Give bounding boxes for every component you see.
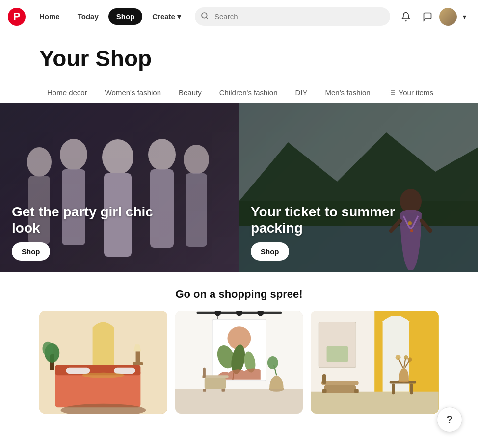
spree-title: Go on a shopping spree! xyxy=(39,288,439,301)
hero-right-title: Your ticket to summer packing xyxy=(251,204,408,237)
svg-rect-68 xyxy=(392,383,395,394)
header-actions: ▾ xyxy=(396,7,470,26)
pinterest-logo[interactable]: P xyxy=(8,8,26,26)
svg-rect-40 xyxy=(136,351,140,362)
nav-create[interactable]: Create ▾ xyxy=(144,8,189,25)
svg-rect-58 xyxy=(203,389,206,391)
hero-right-overlay: Your ticket to summer packing Shop xyxy=(239,103,478,272)
svg-rect-82 xyxy=(322,389,327,393)
svg-point-0 xyxy=(202,13,207,18)
list-icon xyxy=(388,89,396,97)
svg-rect-39 xyxy=(133,362,143,365)
svg-rect-84 xyxy=(322,374,326,384)
svg-rect-59 xyxy=(221,389,225,391)
hero-left: Get the party girl chic look Shop xyxy=(0,103,239,272)
spree-card-3[interactable] xyxy=(311,311,439,414)
spree-card-1[interactable] xyxy=(39,311,167,414)
svg-rect-69 xyxy=(410,383,413,394)
tab-womens-fashion[interactable]: Women's fashion xyxy=(97,83,169,103)
chevron-down-icon: ▾ xyxy=(177,12,181,21)
svg-rect-33 xyxy=(66,368,90,374)
page-content: Your Shop Home decor Women's fashion Bea… xyxy=(0,33,478,103)
messages-button[interactable] xyxy=(418,7,437,26)
svg-rect-81 xyxy=(324,385,356,393)
svg-rect-83 xyxy=(354,389,359,393)
page-title: Your Shop xyxy=(39,45,439,72)
hero-right-shop-button[interactable]: Shop xyxy=(251,242,289,261)
tab-childrens-fashion[interactable]: Children's fashion xyxy=(212,83,286,103)
tab-beauty[interactable]: Beauty xyxy=(171,83,210,103)
svg-rect-56 xyxy=(202,375,228,378)
svg-line-1 xyxy=(206,17,208,19)
hero-left-overlay: Get the party girl chic look Shop xyxy=(0,103,239,272)
hero-left-shop-button[interactable]: Shop xyxy=(12,242,50,261)
svg-rect-66 xyxy=(311,392,439,414)
svg-point-63 xyxy=(267,356,278,369)
svg-point-76 xyxy=(408,357,412,362)
svg-point-74 xyxy=(404,355,408,360)
tab-mens-fashion[interactable]: Men's fashion xyxy=(318,83,378,103)
svg-rect-80 xyxy=(321,381,359,385)
search-input[interactable] xyxy=(195,7,390,26)
svg-rect-57 xyxy=(204,378,225,389)
svg-rect-60 xyxy=(203,368,205,378)
user-avatar[interactable] xyxy=(439,8,457,26)
spree-section: Go on a shopping spree! xyxy=(0,272,478,414)
nav-today[interactable]: Today xyxy=(70,8,106,25)
nav-shop[interactable]: Shop xyxy=(108,8,143,25)
svg-point-38 xyxy=(43,342,53,356)
main-nav: Home Today Shop Create ▾ xyxy=(31,8,189,25)
hero-section: Get the party girl chic look Shop xyxy=(0,103,478,272)
tab-your-items[interactable]: Your items xyxy=(380,83,439,103)
account-chevron[interactable]: ▾ xyxy=(459,11,470,23)
header: P Home Today Shop Create ▾ xyxy=(0,0,478,33)
notifications-button[interactable] xyxy=(396,7,416,26)
tab-diy[interactable]: DIY xyxy=(287,83,315,103)
nav-home[interactable]: Home xyxy=(31,8,68,25)
spree-card-2[interactable] xyxy=(175,311,303,414)
svg-rect-34 xyxy=(114,368,135,374)
svg-point-35 xyxy=(82,373,125,378)
spree-grid xyxy=(39,311,439,414)
svg-point-72 xyxy=(396,355,401,360)
hero-left-title: Get the party girl chic look xyxy=(12,204,169,237)
search-bar xyxy=(195,7,390,26)
tab-home-decor[interactable]: Home decor xyxy=(39,83,95,103)
svg-rect-44 xyxy=(175,389,303,414)
search-icon xyxy=(201,12,209,22)
category-tabs: Home decor Women's fashion Beauty Childr… xyxy=(39,83,439,103)
svg-rect-79 xyxy=(327,346,348,362)
hero-right: Your ticket to summer packing Shop xyxy=(239,103,478,272)
